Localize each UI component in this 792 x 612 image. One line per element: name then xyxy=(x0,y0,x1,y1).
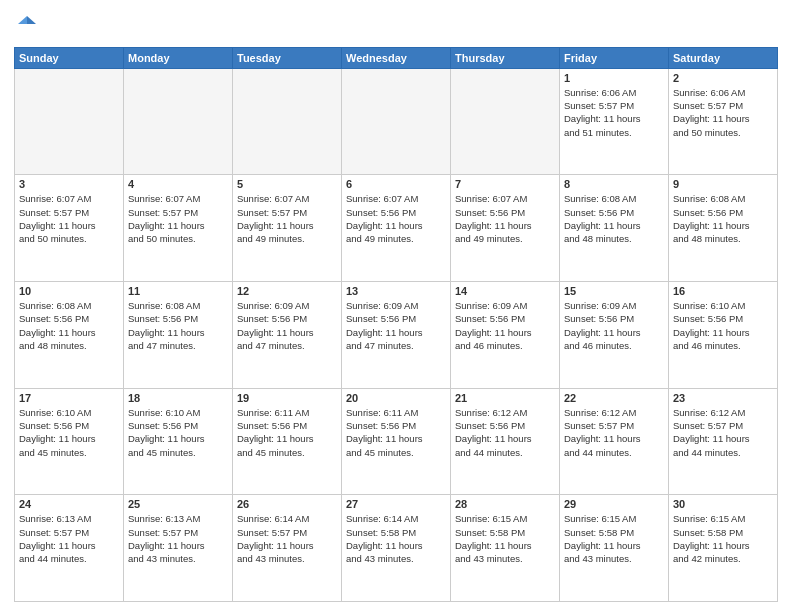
calendar-cell: 17Sunrise: 6:10 AMSunset: 5:56 PMDayligh… xyxy=(15,388,124,495)
calendar-cell xyxy=(342,68,451,175)
calendar-table: SundayMondayTuesdayWednesdayThursdayFrid… xyxy=(14,47,778,602)
day-number: 20 xyxy=(346,392,446,404)
header xyxy=(14,10,778,41)
calendar-cell xyxy=(233,68,342,175)
day-info: Sunrise: 6:09 AMSunset: 5:56 PMDaylight:… xyxy=(564,299,664,352)
calendar-cell: 10Sunrise: 6:08 AMSunset: 5:56 PMDayligh… xyxy=(15,282,124,389)
day-info: Sunrise: 6:15 AMSunset: 5:58 PMDaylight:… xyxy=(673,512,773,565)
day-info: Sunrise: 6:10 AMSunset: 5:56 PMDaylight:… xyxy=(19,406,119,459)
calendar-cell: 2Sunrise: 6:06 AMSunset: 5:57 PMDaylight… xyxy=(669,68,778,175)
day-number: 27 xyxy=(346,498,446,510)
calendar-cell: 18Sunrise: 6:10 AMSunset: 5:56 PMDayligh… xyxy=(124,388,233,495)
day-info: Sunrise: 6:10 AMSunset: 5:56 PMDaylight:… xyxy=(673,299,773,352)
page: SundayMondayTuesdayWednesdayThursdayFrid… xyxy=(0,0,792,612)
day-number: 23 xyxy=(673,392,773,404)
day-number: 25 xyxy=(128,498,228,510)
day-number: 22 xyxy=(564,392,664,404)
day-info: Sunrise: 6:12 AMSunset: 5:57 PMDaylight:… xyxy=(564,406,664,459)
calendar-cell: 29Sunrise: 6:15 AMSunset: 5:58 PMDayligh… xyxy=(560,495,669,602)
day-info: Sunrise: 6:15 AMSunset: 5:58 PMDaylight:… xyxy=(564,512,664,565)
calendar-cell: 25Sunrise: 6:13 AMSunset: 5:57 PMDayligh… xyxy=(124,495,233,602)
day-info: Sunrise: 6:11 AMSunset: 5:56 PMDaylight:… xyxy=(346,406,446,459)
logo xyxy=(14,10,38,41)
day-number: 3 xyxy=(19,178,119,190)
day-info: Sunrise: 6:06 AMSunset: 5:57 PMDaylight:… xyxy=(564,86,664,139)
day-number: 17 xyxy=(19,392,119,404)
day-info: Sunrise: 6:15 AMSunset: 5:58 PMDaylight:… xyxy=(455,512,555,565)
svg-marker-0 xyxy=(27,16,36,34)
day-number: 6 xyxy=(346,178,446,190)
day-number: 9 xyxy=(673,178,773,190)
calendar-cell: 11Sunrise: 6:08 AMSunset: 5:56 PMDayligh… xyxy=(124,282,233,389)
day-number: 30 xyxy=(673,498,773,510)
calendar-cell xyxy=(451,68,560,175)
day-info: Sunrise: 6:12 AMSunset: 5:56 PMDaylight:… xyxy=(455,406,555,459)
day-info: Sunrise: 6:13 AMSunset: 5:57 PMDaylight:… xyxy=(19,512,119,565)
calendar-cell: 20Sunrise: 6:11 AMSunset: 5:56 PMDayligh… xyxy=(342,388,451,495)
day-number: 29 xyxy=(564,498,664,510)
day-number: 12 xyxy=(237,285,337,297)
calendar-cell: 24Sunrise: 6:13 AMSunset: 5:57 PMDayligh… xyxy=(15,495,124,602)
weekday-header: Monday xyxy=(124,47,233,68)
day-number: 21 xyxy=(455,392,555,404)
calendar-cell: 26Sunrise: 6:14 AMSunset: 5:57 PMDayligh… xyxy=(233,495,342,602)
day-info: Sunrise: 6:07 AMSunset: 5:56 PMDaylight:… xyxy=(346,192,446,245)
day-info: Sunrise: 6:10 AMSunset: 5:56 PMDaylight:… xyxy=(128,406,228,459)
day-number: 7 xyxy=(455,178,555,190)
calendar-cell: 16Sunrise: 6:10 AMSunset: 5:56 PMDayligh… xyxy=(669,282,778,389)
calendar-cell: 7Sunrise: 6:07 AMSunset: 5:56 PMDaylight… xyxy=(451,175,560,282)
day-info: Sunrise: 6:11 AMSunset: 5:56 PMDaylight:… xyxy=(237,406,337,459)
calendar-cell: 23Sunrise: 6:12 AMSunset: 5:57 PMDayligh… xyxy=(669,388,778,495)
calendar-cell: 12Sunrise: 6:09 AMSunset: 5:56 PMDayligh… xyxy=(233,282,342,389)
day-info: Sunrise: 6:07 AMSunset: 5:57 PMDaylight:… xyxy=(128,192,228,245)
day-number: 11 xyxy=(128,285,228,297)
calendar-cell: 28Sunrise: 6:15 AMSunset: 5:58 PMDayligh… xyxy=(451,495,560,602)
calendar-week-row: 10Sunrise: 6:08 AMSunset: 5:56 PMDayligh… xyxy=(15,282,778,389)
weekday-header: Saturday xyxy=(669,47,778,68)
day-number: 10 xyxy=(19,285,119,297)
calendar-week-row: 1Sunrise: 6:06 AMSunset: 5:57 PMDaylight… xyxy=(15,68,778,175)
calendar-cell xyxy=(15,68,124,175)
day-info: Sunrise: 6:07 AMSunset: 5:57 PMDaylight:… xyxy=(19,192,119,245)
weekday-header: Sunday xyxy=(15,47,124,68)
day-number: 24 xyxy=(19,498,119,510)
calendar-cell: 5Sunrise: 6:07 AMSunset: 5:57 PMDaylight… xyxy=(233,175,342,282)
calendar-cell: 22Sunrise: 6:12 AMSunset: 5:57 PMDayligh… xyxy=(560,388,669,495)
day-number: 18 xyxy=(128,392,228,404)
day-info: Sunrise: 6:06 AMSunset: 5:57 PMDaylight:… xyxy=(673,86,773,139)
calendar-week-row: 17Sunrise: 6:10 AMSunset: 5:56 PMDayligh… xyxy=(15,388,778,495)
calendar-cell: 30Sunrise: 6:15 AMSunset: 5:58 PMDayligh… xyxy=(669,495,778,602)
day-number: 16 xyxy=(673,285,773,297)
calendar-cell: 3Sunrise: 6:07 AMSunset: 5:57 PMDaylight… xyxy=(15,175,124,282)
calendar-cell: 9Sunrise: 6:08 AMSunset: 5:56 PMDaylight… xyxy=(669,175,778,282)
day-info: Sunrise: 6:08 AMSunset: 5:56 PMDaylight:… xyxy=(19,299,119,352)
day-number: 4 xyxy=(128,178,228,190)
calendar-cell: 8Sunrise: 6:08 AMSunset: 5:56 PMDaylight… xyxy=(560,175,669,282)
calendar-cell: 15Sunrise: 6:09 AMSunset: 5:56 PMDayligh… xyxy=(560,282,669,389)
day-info: Sunrise: 6:07 AMSunset: 5:57 PMDaylight:… xyxy=(237,192,337,245)
calendar-cell: 13Sunrise: 6:09 AMSunset: 5:56 PMDayligh… xyxy=(342,282,451,389)
weekday-header: Thursday xyxy=(451,47,560,68)
calendar-cell: 1Sunrise: 6:06 AMSunset: 5:57 PMDaylight… xyxy=(560,68,669,175)
day-number: 5 xyxy=(237,178,337,190)
calendar-cell: 6Sunrise: 6:07 AMSunset: 5:56 PMDaylight… xyxy=(342,175,451,282)
day-number: 19 xyxy=(237,392,337,404)
day-number: 14 xyxy=(455,285,555,297)
weekday-header: Wednesday xyxy=(342,47,451,68)
svg-marker-1 xyxy=(18,16,27,24)
day-info: Sunrise: 6:09 AMSunset: 5:56 PMDaylight:… xyxy=(346,299,446,352)
calendar-week-row: 3Sunrise: 6:07 AMSunset: 5:57 PMDaylight… xyxy=(15,175,778,282)
day-info: Sunrise: 6:12 AMSunset: 5:57 PMDaylight:… xyxy=(673,406,773,459)
day-info: Sunrise: 6:13 AMSunset: 5:57 PMDaylight:… xyxy=(128,512,228,565)
logo-flag-icon xyxy=(16,14,38,36)
calendar-week-row: 24Sunrise: 6:13 AMSunset: 5:57 PMDayligh… xyxy=(15,495,778,602)
day-info: Sunrise: 6:14 AMSunset: 5:57 PMDaylight:… xyxy=(237,512,337,565)
day-info: Sunrise: 6:09 AMSunset: 5:56 PMDaylight:… xyxy=(455,299,555,352)
day-info: Sunrise: 6:07 AMSunset: 5:56 PMDaylight:… xyxy=(455,192,555,245)
weekday-header: Tuesday xyxy=(233,47,342,68)
calendar-header-row: SundayMondayTuesdayWednesdayThursdayFrid… xyxy=(15,47,778,68)
day-number: 8 xyxy=(564,178,664,190)
day-info: Sunrise: 6:08 AMSunset: 5:56 PMDaylight:… xyxy=(564,192,664,245)
calendar-cell: 4Sunrise: 6:07 AMSunset: 5:57 PMDaylight… xyxy=(124,175,233,282)
calendar-cell: 14Sunrise: 6:09 AMSunset: 5:56 PMDayligh… xyxy=(451,282,560,389)
